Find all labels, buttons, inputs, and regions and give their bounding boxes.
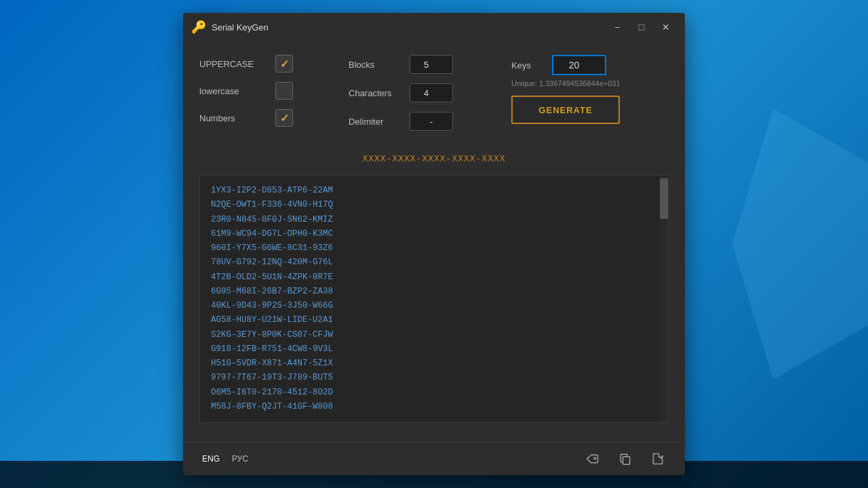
uppercase-row: UPPERCASE ✓ bbox=[199, 55, 349, 73]
checkboxes-column: UPPERCASE ✓ lowercase Numbers ✓ bbox=[199, 55, 349, 140]
numbers-checkmark: ✓ bbox=[280, 112, 289, 125]
right-column: Keys Unique: 1.3367494536844e+031 GENERA… bbox=[511, 55, 669, 140]
bottom-actions bbox=[582, 448, 669, 470]
format-preview: XXXX-XXXX-XXXX-XXXX-XXXX bbox=[199, 154, 669, 164]
list-item: O6M5-I6T0-2170-4512-8O2D bbox=[211, 386, 657, 400]
title-bar-left: 🔑 Serial KeyGen bbox=[191, 20, 606, 35]
keys-list-area: 1YX3-I2P2-D853-ATP6-22AMN2QE-OWT1-F336-4… bbox=[199, 175, 669, 423]
blocks-input[interactable] bbox=[410, 55, 453, 74]
generate-button[interactable]: GENERATE bbox=[511, 96, 620, 124]
delimiter-label: Delimiter bbox=[349, 117, 403, 127]
app-title: Serial KeyGen bbox=[212, 22, 269, 33]
lowercase-label: lowercase bbox=[199, 86, 267, 96]
uppercase-checkbox[interactable]: ✓ bbox=[275, 55, 293, 73]
list-item: 23R0-N845-8F0J-SN62-KMIZ bbox=[211, 213, 657, 227]
app-icon: 🔑 bbox=[191, 20, 206, 35]
list-item: S2KG-3E7Y-8P0K-CS07-CFJW bbox=[211, 328, 657, 342]
list-item: H51G-5VDR-X871-A4N7-5Z1X bbox=[211, 357, 657, 371]
lang-rus-button[interactable]: РУС bbox=[229, 453, 251, 465]
inputs-column: Blocks Characters Delimiter bbox=[349, 55, 511, 140]
keys-list: 1YX3-I2P2-D853-ATP6-22AMN2QE-OWT1-F336-4… bbox=[211, 184, 657, 414]
list-item: 960I-Y7X5-G6WE-8C31-93Z6 bbox=[211, 241, 657, 256]
clear-icon bbox=[586, 452, 599, 466]
title-bar: 🔑 Serial KeyGen − □ ✕ bbox=[183, 13, 685, 41]
close-button[interactable]: ✕ bbox=[655, 18, 677, 37]
export-button[interactable] bbox=[647, 448, 669, 470]
uppercase-checkmark: ✓ bbox=[280, 58, 289, 70]
export-icon bbox=[651, 452, 665, 466]
content-area: UPPERCASE ✓ lowercase Numbers ✓ bbox=[183, 41, 685, 442]
list-item: 40KL-9D43-9P2S-3J50-W66G bbox=[211, 299, 657, 313]
list-item: 6G95-M68I-26B7-BZP2-ZA38 bbox=[211, 285, 657, 299]
keys-label: Keys bbox=[511, 60, 545, 70]
keys-row: Keys bbox=[511, 55, 669, 75]
list-item: G918-12FB-R751-4CW8-9V3L bbox=[211, 342, 657, 357]
clear-button[interactable] bbox=[582, 448, 604, 470]
title-controls: − □ ✕ bbox=[606, 18, 677, 37]
list-item: N2QE-OWT1-F336-4VN0-H17Q bbox=[211, 198, 657, 212]
main-window: 🔑 Serial KeyGen − □ ✕ UPPERCASE ✓ lowerc… bbox=[183, 13, 685, 475]
lang-eng-button[interactable]: ENG bbox=[199, 453, 222, 465]
keys-input[interactable] bbox=[552, 55, 606, 75]
uppercase-label: UPPERCASE bbox=[199, 59, 267, 69]
list-item: 9797-7T67-19T3-J789-BUT5 bbox=[211, 371, 657, 385]
delimiter-input[interactable] bbox=[410, 112, 453, 131]
svg-rect-2 bbox=[623, 457, 630, 465]
delimiter-row: Delimiter bbox=[349, 112, 511, 131]
list-item: AG58-HU8Y-U21W-LIDE-U2A1 bbox=[211, 313, 657, 327]
bottom-bar: ENG РУС bbox=[183, 442, 685, 475]
characters-row: Characters bbox=[349, 83, 511, 102]
characters-input[interactable] bbox=[410, 83, 453, 102]
list-item: 78UV-G792-12NQ-420M-G76L bbox=[211, 256, 657, 270]
scrollbar[interactable] bbox=[660, 176, 668, 422]
list-item: M58J-8FBY-Q2JT-41GF-W808 bbox=[211, 400, 657, 414]
lowercase-row: lowercase bbox=[199, 82, 349, 100]
controls-row: UPPERCASE ✓ lowercase Numbers ✓ bbox=[199, 55, 669, 140]
blocks-row: Blocks bbox=[349, 55, 511, 74]
copy-button[interactable] bbox=[614, 448, 636, 470]
minimize-button[interactable]: − bbox=[606, 18, 628, 37]
scrollbar-thumb[interactable] bbox=[660, 178, 668, 219]
list-item: 61M9-WC94-DG7L-OPH0-K3MC bbox=[211, 227, 657, 241]
language-group: ENG РУС bbox=[199, 453, 251, 465]
list-item: 1YX3-I2P2-D853-ATP6-22AM bbox=[211, 184, 657, 198]
maximize-button[interactable]: □ bbox=[631, 18, 652, 37]
lowercase-checkbox[interactable] bbox=[275, 82, 293, 100]
list-item: 4T2B-OLD2-5U1N-4ZPK-0R7E bbox=[211, 270, 657, 285]
unique-text: Unique: 1.3367494536844e+031 bbox=[511, 79, 669, 87]
numbers-row: Numbers ✓ bbox=[199, 109, 349, 127]
copy-icon bbox=[618, 452, 632, 466]
numbers-checkbox[interactable]: ✓ bbox=[275, 109, 293, 127]
characters-label: Characters bbox=[349, 88, 403, 98]
blocks-label: Blocks bbox=[349, 60, 403, 70]
numbers-label: Numbers bbox=[199, 113, 267, 123]
